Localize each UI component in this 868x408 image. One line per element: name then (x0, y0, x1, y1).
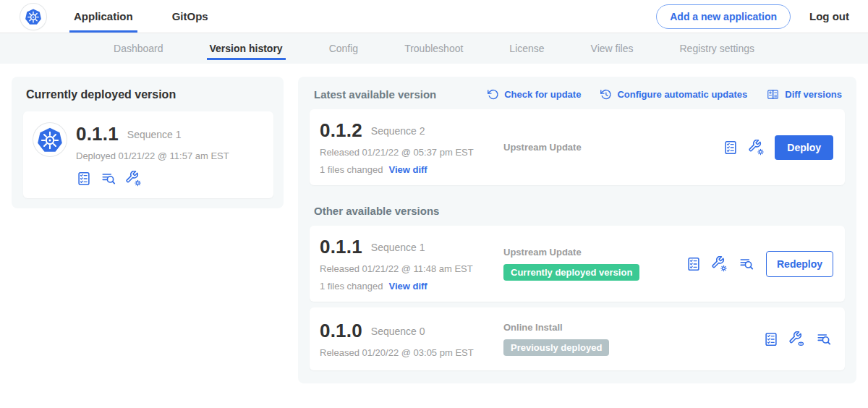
sequence-label: Sequence 0 (371, 326, 425, 337)
version-row-0-1-0: 0.1.0 Sequence 0 Released 01/20/22 @ 03:… (310, 307, 845, 370)
version-source-label: Upstream Update (503, 247, 686, 258)
version-row-0-1-2: 0.1.2 Sequence 2 Released 01/21/22 @ 05:… (310, 109, 845, 185)
view-config-icon[interactable] (789, 331, 805, 347)
previously-deployed-badge: Previously deployed (503, 339, 609, 356)
app-header: Application GitOps Add a new application… (0, 0, 868, 33)
edit-config-icon[interactable] (749, 140, 765, 156)
currently-deployed-title: Currently deployed version (23, 88, 273, 101)
preflight-checks-icon[interactable] (763, 331, 779, 347)
diff-versions-icon (766, 88, 780, 101)
check-for-update-link[interactable]: Check for update (487, 88, 581, 101)
refresh-icon (487, 88, 499, 101)
configure-automatic-updates-label: Configure automatic updates (617, 89, 747, 100)
subnav-version-history[interactable]: Version history (207, 33, 286, 60)
files-changed-label: 1 files changed (320, 164, 383, 175)
app-subnav: Dashboard Version history Config Trouble… (0, 33, 868, 64)
logout-button[interactable]: Log out (809, 10, 849, 22)
version-number: 0.1.0 (320, 320, 362, 342)
released-timestamp: Released 01/21/22 @ 11:48 am EST (320, 263, 503, 274)
tab-gitops[interactable]: GitOps (168, 0, 213, 33)
main-content: Currently deployed version 0.1.1 Sequenc… (0, 64, 868, 383)
deploy-button[interactable]: Deploy (775, 135, 833, 160)
latest-available-title: Latest available version (314, 88, 436, 101)
files-changed-label: 1 files changed (320, 281, 383, 292)
deployed-version-number: 0.1.1 (76, 123, 119, 145)
deployed-timestamp: Deployed 01/21/22 @ 11:57 am EST (76, 150, 229, 161)
sequence-label: Sequence 2 (371, 125, 425, 137)
deploy-logs-icon[interactable] (815, 331, 833, 347)
currently-deployed-badge: Currently deployed version (503, 264, 639, 281)
subnav-view-files[interactable]: View files (588, 33, 637, 60)
check-for-update-label: Check for update (504, 89, 581, 100)
edit-config-icon[interactable] (712, 256, 728, 272)
other-available-title: Other available versions (314, 205, 845, 217)
subnav-troubleshoot[interactable]: Troubleshoot (401, 33, 466, 60)
currently-deployed-panel: Currently deployed version 0.1.1 Sequenc… (12, 77, 284, 208)
view-diff-link[interactable]: View diff (388, 164, 427, 175)
configure-automatic-updates-link[interactable]: Configure automatic updates (600, 88, 747, 101)
subnav-dashboard[interactable]: Dashboard (111, 33, 166, 60)
view-diff-link[interactable]: View diff (388, 281, 427, 292)
deployed-sequence-label: Sequence 1 (127, 129, 182, 140)
redeploy-button[interactable]: Redeploy (766, 251, 833, 277)
deploy-logs-icon[interactable] (100, 171, 118, 187)
deploy-logs-icon[interactable] (738, 256, 756, 272)
subnav-registry-settings[interactable]: Registry settings (677, 33, 757, 60)
tab-application[interactable]: Application (69, 0, 137, 33)
diff-versions-label: Diff versions (785, 89, 842, 100)
diff-versions-link[interactable]: Diff versions (766, 88, 842, 101)
update-schedule-icon (600, 88, 612, 101)
sequence-label: Sequence 1 (371, 242, 425, 253)
version-source-label: Online Install (503, 322, 763, 333)
app-kubernetes-icon (33, 123, 67, 156)
available-versions-panel: Latest available version Check for updat… (298, 77, 856, 383)
deployed-version-card: 0.1.1 Sequence 1 Deployed 01/21/22 @ 11:… (23, 111, 273, 198)
preflight-checks-icon[interactable] (723, 140, 739, 156)
subnav-config[interactable]: Config (326, 33, 361, 60)
add-application-button[interactable]: Add a new application (656, 4, 791, 29)
released-timestamp: Released 01/20/22 @ 03:05 pm EST (320, 347, 503, 358)
edit-config-icon[interactable] (126, 171, 142, 187)
preflight-checks-icon[interactable] (76, 171, 92, 187)
version-number: 0.1.1 (320, 236, 362, 258)
kubernetes-logo-icon (20, 4, 46, 30)
subnav-license[interactable]: License (506, 33, 547, 60)
header-tabs: Application GitOps (69, 0, 213, 33)
preflight-checks-icon[interactable] (686, 256, 702, 272)
version-source-label: Upstream Update (503, 142, 723, 153)
version-row-0-1-1: 0.1.1 Sequence 1 Released 01/21/22 @ 11:… (310, 226, 845, 302)
version-number: 0.1.2 (320, 119, 362, 142)
released-timestamp: Released 01/21/22 @ 05:37 pm EST (320, 147, 503, 158)
